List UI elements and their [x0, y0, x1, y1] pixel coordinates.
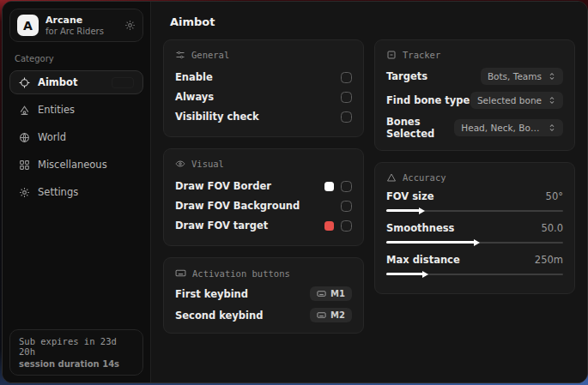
keybind-label: First keybind	[175, 288, 248, 300]
keyboard-icon	[317, 310, 326, 320]
draw-fov-background-checkbox[interactable]	[341, 201, 352, 212]
targets-dropdown[interactable]: Bots, Teams	[481, 68, 563, 85]
find-bone-type-dropdown[interactable]: Selected bone	[470, 92, 563, 109]
dropdown-value: Bots, Teams	[488, 71, 542, 81]
max-distance-slider[interactable]	[386, 270, 563, 278]
session-duration: session duration 14s	[19, 359, 134, 369]
setting-label: Draw FOV Background	[175, 200, 300, 212]
keybind-placeholder	[112, 77, 134, 88]
unfold-icon	[548, 123, 556, 132]
dropdown-value: Selected bone	[477, 95, 542, 105]
visual-card: Visual Draw FOV Border Draw FOV Backgrou…	[163, 148, 364, 246]
setting-label: Visibility check	[175, 111, 259, 123]
unfold-icon	[548, 96, 556, 105]
entities-icon	[19, 105, 30, 116]
activation-card: Activation buttons First keybind M1	[163, 257, 364, 334]
keybind-value: M2	[330, 310, 345, 320]
setting-label: Enable	[175, 71, 213, 83]
dropdown-value: Head, Neck, Body, Fe...	[461, 123, 542, 133]
crosshair-icon	[19, 77, 30, 88]
color-swatch[interactable]	[324, 221, 334, 231]
draw-fov-target-checkbox[interactable]	[341, 220, 352, 232]
sidebar-item-entities[interactable]: Entities	[9, 98, 143, 122]
sliders-icon	[175, 50, 185, 60]
app-subtitle: for Arc Riders	[45, 27, 118, 36]
scan-icon	[386, 50, 397, 60]
gear-icon	[19, 187, 30, 198]
slider-label: Max distance	[386, 254, 460, 266]
slider-fill	[386, 241, 475, 244]
sidebar: A Arcane for Arc Riders Category	[3, 2, 151, 382]
page-title: Aimbot	[170, 15, 575, 28]
visibility-check-checkbox[interactable]	[341, 111, 352, 123]
sidebar-item-label: World	[38, 131, 66, 143]
slider-thumb[interactable]	[419, 208, 425, 214]
always-checkbox[interactable]	[341, 92, 352, 103]
keyboard-icon	[317, 289, 326, 298]
setting-label: Draw FOV target	[175, 220, 268, 232]
brand-text: Arcane for Arc Riders	[45, 15, 118, 36]
setting-row: Visibility check	[175, 107, 352, 126]
draw-fov-border-checkbox[interactable]	[341, 181, 352, 192]
slider-row: FOV size 50°	[386, 190, 563, 202]
keybind-value: M1	[330, 289, 345, 298]
gear-icon[interactable]	[124, 20, 136, 31]
tracker-row: Find bone type Selected bone	[386, 92, 563, 109]
tracker-label: Targets	[386, 70, 427, 82]
sidebar-item-label: Entities	[38, 104, 75, 116]
subscription-expiry: Sub expires in 23d 20h	[19, 336, 134, 357]
main-content: Aimbot General Enable	[151, 2, 587, 382]
setting-row: Enable	[175, 68, 352, 87]
keybind-row: First keybind M1	[175, 286, 352, 301]
app-logo: A	[17, 15, 39, 36]
slider-value: 50.0	[541, 222, 563, 234]
app-name: Arcane	[45, 15, 118, 26]
setting-label: Always	[175, 91, 214, 103]
sidebar-item-label: Miscellaneous	[38, 159, 107, 171]
sidebar-item-settings[interactable]: Settings	[9, 180, 143, 204]
enable-checkbox[interactable]	[341, 72, 352, 83]
globe-icon	[19, 132, 30, 143]
sidebar-item-miscellaneous[interactable]: Miscellaneous	[9, 153, 143, 177]
card-title-label: General	[191, 50, 229, 60]
subscription-card: Sub expires in 23d 20h session duration …	[9, 329, 143, 376]
card-title-label: Visual	[191, 159, 224, 169]
sidebar-item-world[interactable]: World	[9, 125, 143, 149]
unfold-icon	[548, 72, 556, 81]
setting-label: Draw FOV Border	[175, 180, 271, 192]
color-swatch[interactable]	[324, 182, 334, 191]
triangle-icon	[386, 172, 397, 183]
slider-row: Max distance 250m	[386, 254, 563, 266]
setting-row: Always	[175, 87, 352, 106]
grid-icon	[19, 159, 30, 171]
tracker-label: Bones Selected	[386, 116, 454, 140]
slider-thumb[interactable]	[474, 239, 480, 246]
sidebar-item-label: Aimbot	[38, 76, 77, 88]
bones-selected-dropdown[interactable]: Head, Neck, Body, Fe...	[454, 119, 563, 136]
second-keybind-button[interactable]: M2	[310, 308, 352, 322]
slider-label: Smoothness	[386, 222, 454, 234]
fov-size-slider[interactable]	[386, 207, 563, 214]
setting-row: Draw FOV target	[175, 216, 352, 235]
first-keybind-button[interactable]: M1	[310, 286, 352, 301]
slider-value: 50°	[546, 190, 563, 202]
slider-row: Smoothness 50.0	[386, 222, 563, 234]
tracker-card: Tracker Targets Bots, Teams	[374, 39, 575, 151]
tracker-row: Bones Selected Head, Neck, Body, Fe...	[386, 116, 563, 140]
sidebar-item-label: Settings	[38, 186, 78, 198]
card-title-label: Activation buttons	[192, 268, 290, 279]
sidebar-item-aimbot[interactable]: Aimbot	[9, 70, 143, 94]
general-card: General Enable Always Visibility check	[163, 39, 364, 137]
keyboard-icon	[175, 268, 186, 279]
keybind-row: Second keybind M2	[175, 308, 352, 322]
category-label: Category	[15, 54, 138, 63]
eye-icon	[175, 159, 185, 169]
setting-row: Draw FOV Border	[175, 177, 352, 196]
slider-thumb[interactable]	[422, 271, 428, 278]
card-title-label: Tracker	[403, 50, 440, 60]
slider-value: 250m	[535, 254, 563, 266]
tracker-label: Find bone type	[386, 94, 470, 106]
smoothness-slider[interactable]	[386, 238, 563, 246]
setting-row: Draw FOV Background	[175, 196, 352, 215]
slider-label: FOV size	[386, 190, 434, 202]
